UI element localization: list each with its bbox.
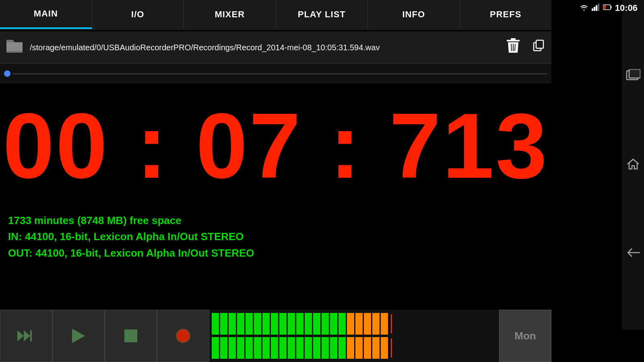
tab-prefs[interactable]: PREFS (460, 0, 552, 29)
svg-rect-5 (611, 6, 611, 8)
svg-marker-16 (17, 330, 24, 341)
free-space-info: 1733 minutes (8748 MB) free space (8, 212, 547, 228)
progress-track[interactable] (13, 73, 547, 74)
folder-icon[interactable] (5, 37, 24, 57)
info-text: 1733 minutes (8748 MB) free space IN: 44… (8, 212, 547, 261)
wifi-icon (580, 4, 588, 12)
play-button[interactable] (52, 310, 105, 362)
tab-main[interactable]: MAIN (0, 0, 92, 29)
mon-label: Mon (514, 330, 536, 342)
battery-icon (603, 4, 612, 12)
progress-area (0, 64, 551, 84)
delete-button[interactable] (502, 38, 525, 56)
svg-rect-1 (594, 7, 595, 11)
svg-rect-8 (629, 69, 640, 78)
tab-io[interactable]: I/O (92, 0, 184, 29)
window-icon[interactable] (626, 69, 640, 84)
file-area: /storage/emulated/0/USBAudioRecorderPRO/… (0, 31, 551, 64)
svg-rect-6 (603, 6, 606, 9)
status-bar: 10:06 (564, 0, 644, 16)
svg-rect-15 (536, 40, 543, 48)
svg-rect-3 (598, 4, 599, 11)
record-button[interactable] (157, 310, 209, 362)
svg-rect-9 (507, 40, 520, 41)
progress-dot (4, 70, 10, 77)
svg-rect-2 (596, 5, 597, 11)
fast-play-button[interactable] (0, 310, 52, 362)
timer-text: 00 : 07 : 713 (3, 100, 549, 192)
svg-rect-0 (592, 8, 593, 11)
tab-mixer[interactable]: MIXER (184, 0, 276, 29)
nav-tabs: MAIN I/O MIXER PLAY LIST INFO PREFS (0, 0, 551, 30)
file-path: /storage/emulated/0/USBAudioRecorderPRO/… (30, 42, 496, 53)
svg-line-13 (515, 44, 515, 51)
svg-line-11 (511, 44, 512, 51)
svg-marker-19 (72, 329, 85, 343)
back-icon[interactable] (625, 247, 641, 261)
status-time: 10:06 (615, 3, 638, 13)
svg-marker-17 (24, 330, 30, 341)
stop-button[interactable] (105, 310, 157, 362)
output-info: OUT: 44100, 16-bit, Lexicon Alpha In/Out… (8, 245, 547, 261)
home-icon[interactable] (626, 158, 640, 173)
timer-display: 00 : 07 : 713 (0, 84, 551, 208)
svg-rect-10 (511, 38, 516, 40)
side-buttons (622, 0, 644, 330)
tab-info[interactable]: INFO (368, 0, 460, 29)
signal-icon (592, 4, 600, 12)
svg-rect-20 (124, 329, 137, 342)
vu-row-bottom (212, 337, 497, 359)
copy-button[interactable] (530, 39, 547, 55)
bottom-controls: Mon (0, 310, 551, 362)
mon-button[interactable]: Mon (499, 310, 551, 362)
tab-playlist[interactable]: PLAY LIST (276, 0, 368, 29)
vu-row-top (212, 313, 497, 335)
vu-meter (209, 310, 499, 362)
input-info: IN: 44100, 16-bit, Lexicon Alpha In/Out … (8, 228, 547, 245)
